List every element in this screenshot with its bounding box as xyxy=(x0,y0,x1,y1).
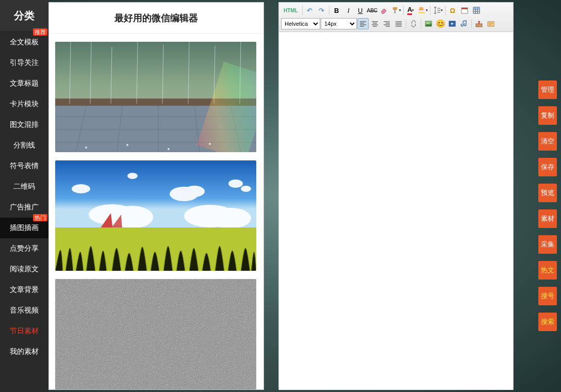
sidebar-item-label: 全文模板 xyxy=(10,38,39,47)
eraser-button[interactable] xyxy=(378,5,390,16)
svg-rect-38 xyxy=(393,7,397,10)
sidebar-item-5[interactable]: 分割线 xyxy=(0,135,48,156)
svg-point-34 xyxy=(210,208,251,228)
emoji-button[interactable]: 😊 xyxy=(435,18,446,29)
align-right-button[interactable] xyxy=(381,18,392,29)
sidebar-item-label: 引导关注 xyxy=(10,58,39,68)
template-header: 最好用的微信编辑器 xyxy=(49,3,263,34)
recommend-badge: 推荐 xyxy=(33,28,47,36)
category-sidebar: 分类 推荐全文模板引导关注文章标题卡片模块图文混排分割线符号表情二维码广告推广热… xyxy=(0,0,48,392)
template-thumb[interactable] xyxy=(55,279,256,389)
font-family-select[interactable]: Helvetica xyxy=(281,18,320,29)
svg-rect-40 xyxy=(419,12,425,13)
svg-point-30 xyxy=(241,186,251,192)
sidebar-item-label: 卡片模块 xyxy=(10,100,39,109)
sidebar-item-label: 插图插画 xyxy=(10,223,39,233)
svg-rect-39 xyxy=(394,10,395,13)
template-panel: 最好用的微信编辑器 xyxy=(48,2,264,390)
date-button[interactable] xyxy=(459,5,470,16)
template-list[interactable] xyxy=(49,34,263,390)
font-color-button[interactable]: A▾ xyxy=(405,5,417,16)
sidebar-item-label: 阅读原文 xyxy=(10,265,39,274)
action-button-2[interactable]: 清空 xyxy=(538,132,557,151)
action-button-7[interactable]: 热文 xyxy=(538,261,557,280)
template-thumb[interactable] xyxy=(55,160,256,271)
action-button-1[interactable]: 复制 xyxy=(538,106,557,125)
action-button-9[interactable]: 搜索 xyxy=(538,313,557,331)
sidebar-item-label: 文章背景 xyxy=(10,285,39,295)
sidebar-item-label: 二维码 xyxy=(13,182,35,191)
sidebar-item-3[interactable]: 卡片模块 xyxy=(0,94,48,115)
template-thumb[interactable] xyxy=(55,42,256,152)
svg-point-21 xyxy=(126,144,128,146)
sidebar-item-label: 文章标题 xyxy=(10,79,39,88)
sidebar-item-label: 节日素材 xyxy=(10,326,39,336)
sidebar-item-14[interactable]: 节日素材 xyxy=(0,321,48,341)
sidebar-item-9[interactable]: 热门插图插画 xyxy=(0,218,48,238)
action-button-0[interactable]: 管理 xyxy=(538,80,557,99)
bg-color-button[interactable]: ▾ xyxy=(417,5,428,16)
svg-point-23 xyxy=(209,143,211,145)
undo-button[interactable]: ↶ xyxy=(304,5,316,16)
sidebar-item-0[interactable]: 推荐全文模板 xyxy=(0,32,48,53)
sidebar-item-label: 分割线 xyxy=(13,141,35,150)
italic-button[interactable]: I xyxy=(343,5,354,16)
svg-point-22 xyxy=(168,148,170,150)
sidebar-item-label: 我的素材 xyxy=(10,347,39,356)
editor-panel: HTML ↶ ↷ B I U ABC ▾ A▾ ▾ ▾ Ω Helvetica … xyxy=(278,2,514,390)
svg-rect-72 xyxy=(488,22,494,26)
hot-badge: 热门 xyxy=(33,214,47,221)
sidebar-item-1[interactable]: 引导关注 xyxy=(0,53,48,73)
svg-point-20 xyxy=(85,146,87,149)
action-button-5[interactable]: 素材 xyxy=(538,209,557,228)
svg-point-29 xyxy=(228,179,243,188)
link-button[interactable] xyxy=(408,18,419,29)
sidebar-item-label: 广告推广 xyxy=(10,203,39,212)
svg-rect-37 xyxy=(55,279,256,389)
card-button[interactable] xyxy=(485,18,497,29)
svg-rect-45 xyxy=(461,8,468,9)
redo-button[interactable]: ↷ xyxy=(316,5,327,16)
sidebar-item-11[interactable]: 阅读原文 xyxy=(0,259,48,280)
format-brush-button[interactable]: ▾ xyxy=(390,5,402,16)
sidebar-item-label: 符号表情 xyxy=(10,161,39,171)
sidebar-item-label: 音乐视频 xyxy=(10,306,39,315)
strike-button[interactable]: ABC xyxy=(367,5,378,16)
svg-point-25 xyxy=(72,184,90,193)
action-button-6[interactable]: 采集 xyxy=(538,235,557,254)
sidebar-item-label: 点赞分享 xyxy=(10,244,39,253)
action-button-4[interactable]: 预览 xyxy=(538,184,557,202)
video-button[interactable] xyxy=(447,18,458,29)
sidebar-item-10[interactable]: 点赞分享 xyxy=(0,238,48,259)
svg-point-26 xyxy=(127,173,138,179)
action-sidebar: 管理复制清空保存预览素材采集热文搜号搜索 xyxy=(538,80,558,338)
underline-button[interactable]: U xyxy=(355,5,366,16)
sidebar-item-label: 图文混排 xyxy=(10,120,39,129)
table-button[interactable] xyxy=(471,5,482,16)
svg-rect-51 xyxy=(473,7,480,9)
font-size-select[interactable]: 14px xyxy=(321,18,357,29)
sidebar-item-15[interactable]: 我的素材 xyxy=(0,341,48,362)
editor-toolbar: HTML ↶ ↷ B I U ABC ▾ A▾ ▾ ▾ Ω Helvetica … xyxy=(279,3,513,32)
music-button[interactable] xyxy=(458,18,470,29)
align-center-button[interactable] xyxy=(369,18,381,29)
html-source-button[interactable]: HTML xyxy=(281,5,301,16)
svg-point-28 xyxy=(184,186,205,197)
action-button-3[interactable]: 保存 xyxy=(538,158,557,176)
align-left-button[interactable] xyxy=(357,18,369,29)
line-height-button[interactable]: ▾ xyxy=(432,5,443,16)
sidebar-item-12[interactable]: 文章背景 xyxy=(0,280,48,300)
editor-content-area[interactable] xyxy=(279,32,513,390)
action-button-8[interactable]: 搜号 xyxy=(538,287,557,305)
sidebar-item-6[interactable]: 符号表情 xyxy=(0,156,48,176)
sidebar-item-13[interactable]: 音乐视频 xyxy=(0,300,48,321)
sidebar-item-7[interactable]: 二维码 xyxy=(0,176,48,197)
align-justify-button[interactable] xyxy=(393,18,404,29)
upload-button[interactable] xyxy=(473,18,485,29)
sidebar-item-2[interactable]: 文章标题 xyxy=(0,73,48,94)
bold-button[interactable]: B xyxy=(331,5,342,16)
symbol-button[interactable]: Ω xyxy=(447,5,458,16)
sidebar-item-4[interactable]: 图文混排 xyxy=(0,115,48,135)
sidebar-header: 分类 xyxy=(0,0,48,32)
image-button[interactable] xyxy=(423,18,434,29)
